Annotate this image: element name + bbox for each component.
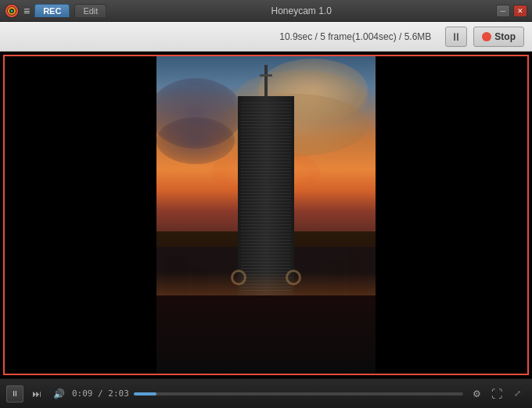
antenna-cross	[260, 74, 272, 77]
app-logo-icon	[5, 4, 19, 18]
title-bar-left: ≡ REC Edit	[5, 4, 106, 18]
recording-info: 10.9sec / 5 frame(1.004sec) / 5.6MB	[8, 31, 431, 42]
settings-icon: ⚙	[473, 388, 481, 399]
tab-rec[interactable]: REC	[34, 4, 70, 17]
play-pause-icon: ⏸	[11, 389, 19, 398]
progress-bar-fill	[134, 392, 156, 395]
volume-icon: 🔊	[53, 388, 65, 399]
title-bar: ≡ REC Edit Honeycam 1.0 ─ ✕	[0, 0, 532, 22]
tower-windows	[241, 100, 291, 291]
svg-point-3	[11, 9, 13, 12]
rec-toolbar: 10.9sec / 5 frame(1.004sec) / 5.6MB ⏸ St…	[0, 22, 532, 52]
hamburger-icon[interactable]: ≡	[23, 5, 30, 17]
skip-button[interactable]: ⏭	[28, 385, 45, 403]
volume-button[interactable]: 🔊	[50, 385, 67, 403]
settings-button[interactable]: ⚙	[468, 385, 485, 403]
control-bar: ⏸ ⏭ 🔊 0:09 / 2:03 ⚙ ⛶ ⤢	[0, 378, 532, 408]
stop-icon	[482, 32, 491, 41]
time-display: 0:09 / 2:03	[72, 388, 129, 399]
main-tower	[238, 96, 294, 295]
video-content	[156, 55, 376, 375]
right-controls: ⚙ ⛶ ⤢	[468, 385, 526, 403]
stop-label: Stop	[494, 31, 516, 42]
skip-icon: ⏭	[32, 388, 41, 399]
expand-button[interactable]: ⤢	[509, 385, 526, 403]
progress-bar[interactable]	[134, 392, 463, 395]
horizon-glow	[156, 272, 376, 295]
window-controls: ─ ✕	[496, 5, 527, 17]
app-title: Honeycam 1.0	[106, 5, 496, 16]
video-area	[0, 52, 532, 378]
minimize-button[interactable]: ─	[496, 5, 510, 17]
play-pause-button[interactable]: ⏸	[6, 385, 23, 403]
fullscreen-icon: ⛶	[491, 388, 502, 400]
close-button[interactable]: ✕	[513, 5, 527, 17]
tower-antenna	[264, 65, 268, 96]
tab-edit[interactable]: Edit	[74, 4, 106, 17]
fullscreen-button[interactable]: ⛶	[488, 385, 505, 403]
pause-button[interactable]: ⏸	[445, 27, 467, 47]
expand-icon: ⤢	[514, 388, 521, 399]
stop-button[interactable]: Stop	[473, 27, 524, 47]
